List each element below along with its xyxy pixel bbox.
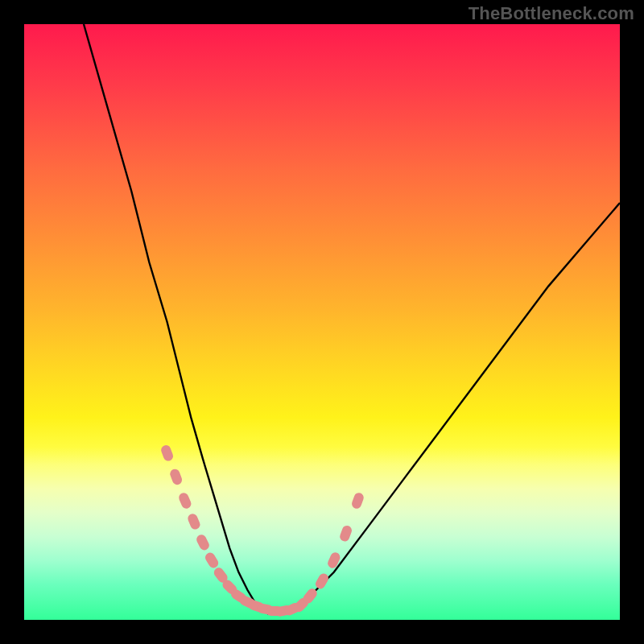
highlighted-markers xyxy=(159,444,365,617)
marker-dot xyxy=(314,572,330,590)
plot-area xyxy=(24,24,620,620)
marker-dot xyxy=(186,512,201,530)
marker-dot xyxy=(350,492,365,510)
watermark-text: TheBottleneck.com xyxy=(469,3,634,24)
marker-dot xyxy=(195,533,211,551)
bottleneck-curve xyxy=(84,24,620,614)
marker-dot xyxy=(204,551,221,569)
marker-dot xyxy=(159,444,174,462)
marker-dot xyxy=(326,551,341,569)
chart-svg xyxy=(24,24,620,620)
marker-dot xyxy=(177,491,192,510)
marker-dot xyxy=(339,524,353,543)
marker-dot xyxy=(169,468,184,486)
chart-frame: TheBottleneck.com xyxy=(0,0,644,644)
